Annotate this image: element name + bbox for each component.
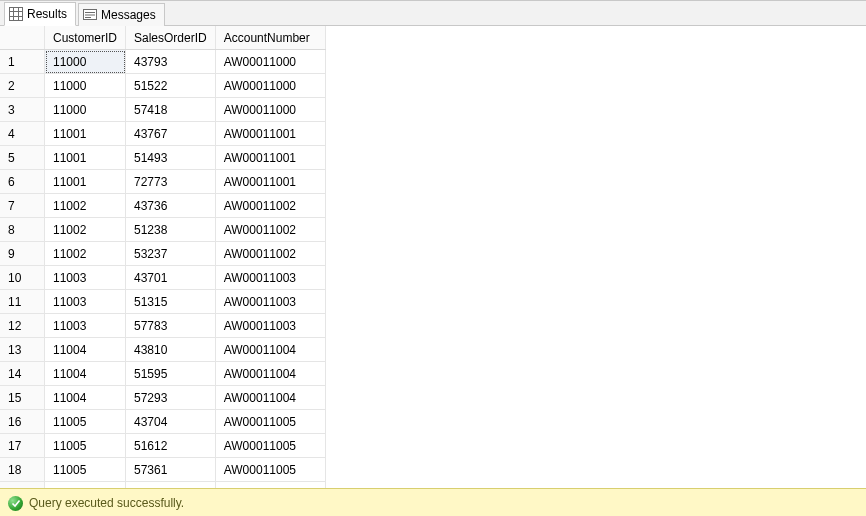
cell[interactable]: 43810: [126, 338, 216, 362]
table-row[interactable]: 21100051522AW00011000: [0, 74, 325, 98]
table-row[interactable]: 141100451595AW00011004: [0, 362, 325, 386]
table-row[interactable]: 181100557361AW00011005: [0, 458, 325, 482]
row-number[interactable]: 10: [0, 266, 45, 290]
row-number[interactable]: 16: [0, 410, 45, 434]
table-row[interactable]: 11100043793AW00011000: [0, 50, 325, 74]
cell[interactable]: 11002: [45, 218, 126, 242]
table-row[interactable]: 31100057418AW00011000: [0, 98, 325, 122]
cell[interactable]: 11005: [45, 434, 126, 458]
cell[interactable]: 43736: [126, 194, 216, 218]
table-row[interactable]: 81100251238AW00011002: [0, 218, 325, 242]
svg-rect-0: [10, 8, 23, 21]
cell[interactable]: 53237: [126, 242, 216, 266]
col-header-customerid[interactable]: CustomerID: [45, 26, 126, 50]
cell[interactable]: 11003: [45, 290, 126, 314]
table-row[interactable]: 121100357783AW00011003: [0, 314, 325, 338]
row-number[interactable]: 12: [0, 314, 45, 338]
table-row[interactable]: 171100551612AW00011005: [0, 434, 325, 458]
cell[interactable]: 51315: [126, 290, 216, 314]
row-header-corner[interactable]: [0, 26, 45, 50]
cell[interactable]: 51493: [126, 146, 216, 170]
cell[interactable]: 11005: [45, 410, 126, 434]
cell[interactable]: 11001: [45, 122, 126, 146]
row-number[interactable]: 9: [0, 242, 45, 266]
table-row[interactable]: 51100151493AW00011001: [0, 146, 325, 170]
cell[interactable]: 57361: [126, 458, 216, 482]
cell[interactable]: 11000: [45, 74, 126, 98]
tab-results[interactable]: Results: [4, 2, 76, 26]
cell[interactable]: 72773: [126, 170, 216, 194]
table-row[interactable]: 71100243736AW00011002: [0, 194, 325, 218]
cell[interactable]: AW00011004: [215, 362, 325, 386]
cell[interactable]: 51522: [126, 74, 216, 98]
row-number[interactable]: 5: [0, 146, 45, 170]
cell[interactable]: AW00011002: [215, 218, 325, 242]
table-row[interactable]: 41100143767AW00011001: [0, 122, 325, 146]
cell[interactable]: AW00011001: [215, 170, 325, 194]
row-number[interactable]: 4: [0, 122, 45, 146]
table-row[interactable]: 101100343701AW00011003: [0, 266, 325, 290]
row-number[interactable]: 8: [0, 218, 45, 242]
cell[interactable]: 43701: [126, 266, 216, 290]
cell[interactable]: AW00011002: [215, 194, 325, 218]
row-number[interactable]: 1: [0, 50, 45, 74]
cell[interactable]: AW00011005: [215, 458, 325, 482]
row-number[interactable]: 11: [0, 290, 45, 314]
row-number[interactable]: 6: [0, 170, 45, 194]
cell[interactable]: 43704: [126, 410, 216, 434]
row-number[interactable]: 14: [0, 362, 45, 386]
table-row[interactable]: 161100543704AW00011005: [0, 410, 325, 434]
cell[interactable]: AW00011000: [215, 50, 325, 74]
cell[interactable]: 11000: [45, 98, 126, 122]
cell[interactable]: 11004: [45, 386, 126, 410]
cell[interactable]: 11003: [45, 266, 126, 290]
row-number[interactable]: 7: [0, 194, 45, 218]
cell[interactable]: AW00011003: [215, 290, 325, 314]
cell[interactable]: AW00011002: [215, 242, 325, 266]
cell[interactable]: 57418: [126, 98, 216, 122]
cell[interactable]: 11002: [45, 194, 126, 218]
cell[interactable]: 11001: [45, 170, 126, 194]
cell[interactable]: 11001: [45, 146, 126, 170]
table-row[interactable]: 131100443810AW00011004: [0, 338, 325, 362]
col-header-salesorderid[interactable]: SalesOrderID: [126, 26, 216, 50]
cell[interactable]: 11004: [45, 362, 126, 386]
cell[interactable]: 11003: [45, 314, 126, 338]
cell[interactable]: 57783: [126, 314, 216, 338]
cell[interactable]: AW00011001: [215, 122, 325, 146]
cell[interactable]: AW00011003: [215, 314, 325, 338]
row-number[interactable]: 18: [0, 458, 45, 482]
table-row[interactable]: 111100351315AW00011003: [0, 290, 325, 314]
table-row[interactable]: 151100457293AW00011004: [0, 386, 325, 410]
cell[interactable]: 11000: [45, 50, 126, 74]
cell[interactable]: AW00011004: [215, 338, 325, 362]
col-header-accountnumber[interactable]: AccountNumber: [215, 26, 325, 50]
cell[interactable]: 51238: [126, 218, 216, 242]
results-grid[interactable]: CustomerID SalesOrderID AccountNumber 11…: [0, 26, 326, 488]
cell[interactable]: AW00011000: [215, 98, 325, 122]
row-number[interactable]: 13: [0, 338, 45, 362]
cell[interactable]: AW00011005: [215, 410, 325, 434]
cell[interactable]: AW00011004: [215, 386, 325, 410]
row-number[interactable]: 15: [0, 386, 45, 410]
cell[interactable]: AW00011000: [215, 74, 325, 98]
cell[interactable]: 43793: [126, 50, 216, 74]
cell[interactable]: AW00011005: [215, 434, 325, 458]
cell[interactable]: 57293: [126, 386, 216, 410]
table-row[interactable]: 61100172773AW00011001: [0, 170, 325, 194]
status-bar: Query executed successfully.: [0, 488, 866, 516]
cell[interactable]: 11005: [45, 458, 126, 482]
row-number[interactable]: 2: [0, 74, 45, 98]
cell[interactable]: AW00011003: [215, 266, 325, 290]
cell[interactable]: 51612: [126, 434, 216, 458]
row-number[interactable]: 17: [0, 434, 45, 458]
cell[interactable]: 51595: [126, 362, 216, 386]
results-grid-scroll[interactable]: CustomerID SalesOrderID AccountNumber 11…: [0, 26, 866, 488]
row-number[interactable]: 3: [0, 98, 45, 122]
cell[interactable]: 11004: [45, 338, 126, 362]
tab-messages[interactable]: Messages: [78, 3, 165, 26]
cell[interactable]: 43767: [126, 122, 216, 146]
cell[interactable]: AW00011001: [215, 146, 325, 170]
cell[interactable]: 11002: [45, 242, 126, 266]
table-row[interactable]: 91100253237AW00011002: [0, 242, 325, 266]
